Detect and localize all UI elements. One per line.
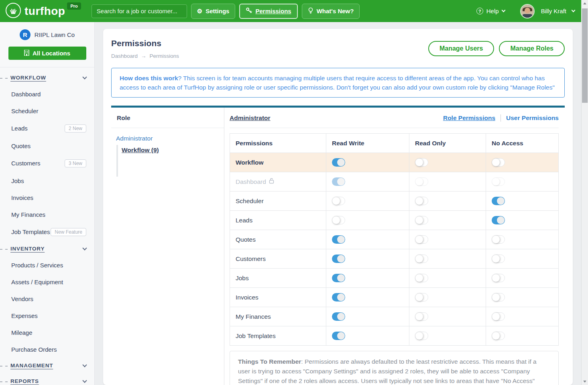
- no-access-toggle[interactable]: [492, 197, 505, 205]
- read-only-toggle[interactable]: [415, 312, 428, 321]
- breadcrumb-current: Permissions: [150, 53, 179, 59]
- chevron-down-icon: [82, 363, 87, 367]
- table-row: Dashboard: [230, 172, 558, 191]
- sidebar-item[interactable]: Mileage: [11, 324, 86, 341]
- scroll-up-arrow[interactable]: [582, 0, 588, 7]
- table-row: Quotes: [230, 230, 558, 249]
- sidebar-item[interactable]: Dashboard: [11, 86, 86, 102]
- sidebar-item[interactable]: Expenses: [11, 307, 86, 324]
- sidebar-section-workflow[interactable]: WORKFLOW: [10, 70, 86, 86]
- chevron-down-icon[interactable]: [572, 8, 576, 12]
- help-icon: ?: [476, 8, 483, 14]
- table-row: Invoices: [230, 287, 558, 307]
- user-avatar[interactable]: [520, 4, 535, 18]
- sidebar-item[interactable]: Customers 3 New: [11, 154, 86, 172]
- sidebar-item[interactable]: Products / Services: [11, 257, 86, 273]
- no-access-toggle[interactable]: [492, 293, 505, 301]
- sidebar: R RIIPL Lawn Co All Locations: [0, 22, 95, 385]
- brand-logo[interactable]: turfhop Pro: [6, 1, 81, 21]
- read-write-toggle[interactable]: [332, 312, 345, 321]
- read-only-toggle[interactable]: [415, 274, 428, 282]
- sidebar-item[interactable]: Job Templates New Feature: [11, 223, 86, 241]
- count-badge: 2 New: [65, 124, 86, 132]
- manage-users-button[interactable]: Manage Users: [428, 41, 494, 56]
- page-title: Permissions: [111, 39, 179, 48]
- read-only-toggle[interactable]: [415, 177, 428, 186]
- lightbulb-icon: [308, 7, 313, 15]
- read-only-toggle[interactable]: [415, 158, 428, 167]
- role-panel-header: Role: [111, 108, 224, 128]
- tree-role-administrator[interactable]: Administrator: [116, 133, 224, 144]
- scroll-down-arrow[interactable]: [582, 378, 588, 385]
- scrollbar-thumb[interactable]: [582, 8, 588, 103]
- help-menu[interactable]: ? Help: [476, 8, 505, 14]
- no-access-toggle[interactable]: [492, 255, 505, 263]
- read-write-toggle[interactable]: [332, 293, 345, 301]
- sidebar-item[interactable]: Jobs: [11, 172, 86, 189]
- read-only-toggle[interactable]: [415, 255, 428, 263]
- app-window: turfhop Pro ⚙ Settings Permissions: [0, 0, 588, 385]
- table-row: My Finances: [230, 307, 558, 326]
- read-only-toggle[interactable]: [415, 235, 428, 244]
- global-search-input[interactable]: [92, 4, 187, 18]
- sidebar-item[interactable]: Quotes: [11, 137, 86, 154]
- no-access-toggle[interactable]: [492, 332, 505, 340]
- sidebar-section-inventory[interactable]: INVENTORY: [10, 241, 86, 257]
- read-only-toggle[interactable]: [415, 197, 428, 205]
- tree-group[interactable]: [122, 175, 224, 177]
- manage-roles-button[interactable]: Manage Roles: [499, 41, 565, 56]
- chevron-down-icon: [501, 8, 505, 12]
- no-access-toggle[interactable]: [492, 216, 505, 224]
- sidebar-item[interactable]: Leads 2 New: [11, 119, 86, 137]
- selected-role-name[interactable]: Administrator: [230, 114, 271, 122]
- read-write-toggle[interactable]: [332, 255, 345, 263]
- pro-badge: Pro: [67, 2, 81, 10]
- read-write-toggle[interactable]: [332, 177, 345, 186]
- sidebar-item[interactable]: Purchase Orders: [11, 341, 86, 358]
- permissions-table: Permissions Read Write Read Only No Acce…: [230, 133, 559, 346]
- company-switcher[interactable]: R RIIPL Lawn Co: [0, 29, 94, 40]
- sidebar-item[interactable]: My Finances: [11, 206, 86, 223]
- no-access-toggle[interactable]: [492, 235, 505, 244]
- permissions-panel: Administrator Role Permissions User Perm…: [224, 108, 565, 385]
- sidebar-section-reports[interactable]: REPORTS: [10, 373, 86, 385]
- divider: [0, 67, 94, 67]
- tab-user-permissions[interactable]: User Permissions: [506, 114, 559, 122]
- table-row: Scheduler: [230, 191, 558, 210]
- settings-button[interactable]: ⚙ Settings: [191, 4, 236, 19]
- count-badge: New Feature: [51, 228, 86, 236]
- window-scrollbar[interactable]: [581, 0, 588, 385]
- read-write-toggle[interactable]: [332, 235, 345, 244]
- tree-role[interactable]: [116, 182, 224, 184]
- sidebar-item[interactable]: Vendors: [11, 290, 86, 307]
- tree-group-workflow[interactable]: Workflow (9): [122, 145, 224, 156]
- sidebar-section-management[interactable]: MANAGEMENT: [10, 358, 86, 373]
- read-write-toggle[interactable]: [332, 197, 345, 205]
- no-access-toggle[interactable]: [492, 177, 505, 186]
- all-locations-button[interactable]: All Locations: [8, 47, 86, 60]
- tab-role-permissions[interactable]: Role Permissions: [443, 114, 495, 122]
- info-banner: How does this work? This screen is for t…: [111, 68, 565, 98]
- whats-new-button[interactable]: What's New?: [302, 4, 360, 19]
- read-write-toggle[interactable]: [332, 216, 345, 224]
- no-access-toggle[interactable]: [492, 158, 505, 167]
- no-access-toggle[interactable]: [492, 312, 505, 321]
- sidebar-item[interactable]: Invoices: [11, 189, 86, 206]
- breadcrumb-dashboard[interactable]: Dashboard: [111, 53, 138, 59]
- sidebar-item[interactable]: Assets / Equipment: [11, 273, 86, 290]
- read-write-toggle[interactable]: [332, 158, 345, 167]
- read-only-toggle[interactable]: [415, 216, 428, 224]
- read-only-toggle[interactable]: [415, 332, 428, 340]
- read-write-toggle[interactable]: [332, 332, 345, 340]
- top-header: turfhop Pro ⚙ Settings Permissions: [0, 0, 581, 22]
- gear-icon: ⚙: [197, 8, 202, 15]
- chevron-down-icon: [82, 246, 87, 250]
- no-access-toggle[interactable]: [492, 274, 505, 282]
- table-header-row: Permissions Read Write Read Only No Acce…: [230, 134, 558, 153]
- main-content: Permissions Dashboard → Permissions Mana…: [95, 22, 581, 385]
- read-write-toggle[interactable]: [332, 274, 345, 282]
- sidebar-item[interactable]: Scheduler: [11, 102, 86, 119]
- user-name[interactable]: Billy Kraft: [541, 8, 566, 14]
- read-only-toggle[interactable]: [415, 293, 428, 301]
- permissions-button[interactable]: Permissions: [239, 4, 297, 19]
